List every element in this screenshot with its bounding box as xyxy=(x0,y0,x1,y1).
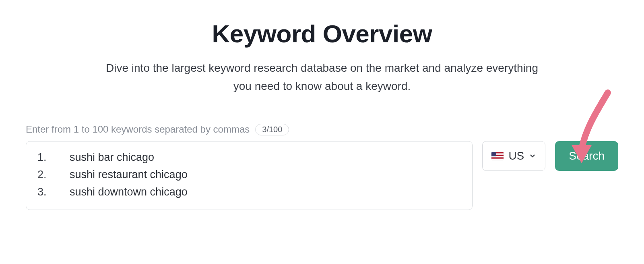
keyword-count-pill: 3/100 xyxy=(255,124,289,135)
keyword-input[interactable]: 1. sushi bar chicago 2. sushi restaurant… xyxy=(26,141,473,210)
keyword-text: sushi restaurant chicago xyxy=(70,168,188,181)
keyword-row: 2. sushi restaurant chicago xyxy=(37,166,461,183)
us-flag-icon xyxy=(491,152,504,160)
keyword-row: 1. sushi bar chicago xyxy=(37,149,461,166)
keyword-row: 3. sushi downtown chicago xyxy=(37,183,461,201)
chevron-down-icon xyxy=(529,152,536,160)
country-label: US xyxy=(508,150,524,162)
keyword-list: 1. sushi bar chicago 2. sushi restaurant… xyxy=(37,149,461,201)
keyword-text: sushi bar chicago xyxy=(70,151,154,164)
keyword-number: 1. xyxy=(37,151,70,164)
country-select[interactable]: US xyxy=(482,141,545,171)
input-label-row: Enter from 1 to 100 keywords separated b… xyxy=(26,124,618,135)
input-label: Enter from 1 to 100 keywords separated b… xyxy=(26,124,250,135)
keyword-number: 2. xyxy=(37,168,70,181)
page-subtitle: Dive into the largest keyword research d… xyxy=(101,59,543,96)
page-title: Keyword Overview xyxy=(26,19,618,48)
keyword-number: 3. xyxy=(37,186,70,198)
keyword-text: sushi downtown chicago xyxy=(70,186,188,198)
form-row: 1. sushi bar chicago 2. sushi restaurant… xyxy=(26,141,618,210)
search-button[interactable]: Search xyxy=(555,141,618,171)
